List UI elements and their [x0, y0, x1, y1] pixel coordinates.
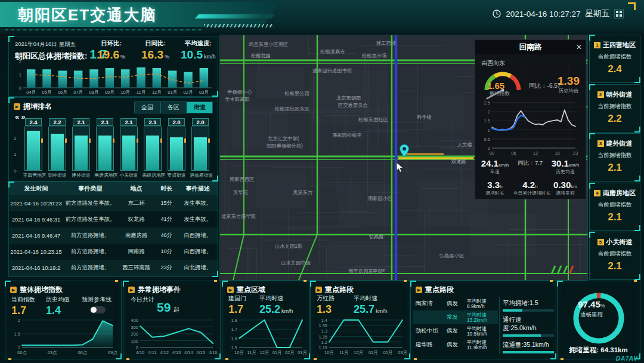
road-speed-stat: 平均时速 25.7km/h [354, 294, 388, 316]
rank-marker [160, 139, 162, 143]
road-trend-chart: 1.151.21.251.31.351.410月11月12月01月02月03月 [313, 317, 407, 355]
table-row: 2021-04-16 9:46:31前方道路发生事故。双龙路41分发生事故。 [9, 211, 218, 227]
events-trend-chart: 01002003004004/104/114/124/134/144/154/1… [126, 317, 218, 355]
svg-text:1.4: 1.4 [321, 318, 327, 323]
section-stat: 流通量:35.1km/h [503, 341, 554, 353]
overall-index-panel: ▶ 整体拥堵指数 当前指数 1.7 历史均值 1.4 预测参考线 11.5200… [5, 281, 122, 359]
table-cell: 前方道路拥堵。 [63, 244, 117, 260]
table-cell: 双龙路 [117, 211, 155, 227]
rank-bar-fill [194, 137, 207, 170]
column-header: 时长 [155, 182, 178, 195]
map-label: 北京东方盛华双 [221, 213, 256, 219]
district-index-value: 2.1 [590, 162, 640, 174]
avg-speed-stat: 平均速度: 10.5km/h [181, 39, 216, 61]
svg-text:1.5: 1.5 [484, 118, 490, 124]
ranking-tab-全国[interactable]: 全国 [134, 101, 160, 113]
district-index-label: 当前拥堵指数 [590, 53, 640, 61]
rank-bar-label: 建外街道 [71, 172, 92, 179]
area-speed-stat: 平均时速 25.2km/h [259, 294, 293, 316]
progress-fill [503, 351, 554, 353]
close-icon[interactable]: ✕ [572, 43, 586, 51]
rank-value-chip: 2.1 [97, 118, 113, 126]
popup-stat: 0.30km拥堵里程 [548, 180, 583, 196]
progress-track [503, 351, 554, 353]
svg-text:11月: 11月 [247, 350, 256, 355]
district-index-value: 2.2 [590, 113, 640, 125]
section-frequency: 偶发 [447, 327, 467, 335]
key-area-panel: ▶ 重点区域 建国门 1.7 平均时速 25.2km/h 1.51.61.71.… [222, 281, 310, 359]
sections-stats: 平均拥堵:1.5通行速度:25.0km/h流通量:35.1km/h [503, 299, 554, 358]
ranking-chart: 0122.4王四营地区2.2朝外街道2.1建外街道2.1南磨房地区2.1小关街道… [13, 119, 214, 179]
rank-bar-fill [51, 134, 64, 170]
section-name: 劲松中街 [413, 327, 447, 335]
svg-text:11月: 11月 [339, 350, 348, 355]
fullscreen-icon[interactable] [614, 9, 624, 19]
progress-fill [503, 309, 522, 312]
area-index-stat: 建国门 1.7 [228, 294, 246, 316]
table-row: 2021-04-16 9:46:47前方道路拥堵。南磨房路46分向西拥堵。 [9, 227, 218, 244]
svg-text:12月: 12月 [354, 350, 363, 355]
map-pin-icon[interactable] [399, 144, 410, 161]
rank-bar-frame [144, 127, 162, 171]
mom-stat: 日环比: 19.6% [97, 39, 125, 61]
section-stat: 平均拥堵:1.5 [503, 299, 554, 312]
district-card-朝外街道[interactable]: 2朝外街道当前拥堵指数2.2 [589, 84, 640, 133]
corner-accent [628, 2, 636, 10]
section-row[interactable]: 陶家湾偶发平均时速8.9km/h [413, 297, 498, 310]
map-label: 美景东方 [293, 189, 313, 195]
rank-marker [113, 139, 114, 143]
rank-bar-label: 小关街道 [119, 172, 140, 179]
svg-text:10月: 10月 [120, 90, 130, 95]
svg-text:1.7: 1.7 [231, 327, 237, 332]
traffic-map[interactable]: 武圣东里小区南区松榆清真寺建工西楼松榆北路松榆里市场潘家园街道图书馆垂杨柳中心学… [219, 35, 588, 281]
map-label: 武圣东里小区南区 [249, 41, 288, 47]
ranking-tab-街道[interactable]: 街道 [187, 101, 213, 113]
table-cell: 前方道路发生事故。 [63, 211, 117, 227]
svg-text:02月: 02月 [383, 350, 392, 355]
section-speed: 平均时速11.9km/h [467, 340, 498, 350]
rank-bar-label: 南磨房地区 [95, 172, 116, 179]
table-cell: 2021-04-16 9:46:47 [9, 227, 63, 244]
svg-text:06: 06 [511, 150, 516, 156]
table-cell: 前方道路拥堵。 [63, 260, 117, 276]
svg-text:10月: 10月 [234, 350, 244, 355]
banner-hatch-decor [204, 24, 274, 27]
svg-text:300: 300 [131, 325, 138, 330]
ranking-tab-各区[interactable]: 各区 [160, 101, 187, 113]
rank-marker [208, 139, 210, 143]
svg-text:12月: 12月 [259, 350, 269, 355]
rank-bar-fill [122, 136, 135, 170]
svg-text:03月: 03月 [298, 350, 307, 355]
map-label: 潘家园松榆里 [332, 132, 362, 138]
rank-axis-tick: 0 [14, 168, 16, 174]
table-cell: 东二环 [117, 195, 155, 211]
forecast-toggle[interactable] [90, 306, 106, 313]
donut-center-text: 97.45% 通畅里程 [558, 299, 626, 319]
svg-text:06点: 06点 [78, 350, 87, 355]
svg-text:12: 12 [533, 150, 538, 156]
gauge-value: 1.65 [487, 81, 504, 91]
district-card-建外街道[interactable]: 3建外街道当前拥堵指数2.1 [589, 133, 640, 182]
section-row[interactable]: 建华路偶发平均时速11.9km/h [413, 338, 498, 352]
section-row[interactable]: 劲松中街偶发平均时速10.5km/h [413, 324, 498, 338]
rank-bar-安贞街道: 2.0安贞街道 [165, 118, 188, 179]
section-speed: 平均时速13.2km/h [467, 312, 498, 323]
district-card-南磨房地区[interactable]: 4南磨房地区当前拥堵指数2.1 [589, 183, 640, 231]
section-speed: 平均时速8.9km/h [467, 299, 498, 309]
svg-text:1.3: 1.3 [321, 328, 327, 334]
svg-text:03月: 03月 [398, 350, 407, 355]
district-index-label: 当前拥堵指数 [590, 201, 640, 209]
popup-title: 回南路 [488, 42, 572, 53]
district-card-小关街道[interactable]: 5小关街道当前拥堵指数2.1 [589, 232, 640, 280]
svg-text:2.5: 2.5 [484, 100, 490, 106]
svg-text:06月: 06月 [58, 90, 67, 95]
play-icon: ▶ [14, 103, 20, 110]
district-card-王四营地区[interactable]: 1王四营地区当前拥堵指数2.4 [589, 35, 640, 83]
svg-text:4/10: 4/10 [136, 350, 145, 355]
svg-text:08月: 08月 [89, 90, 99, 95]
stat-label: 流通量:35.1km/h [503, 341, 554, 349]
rank-value-chip: 2.1 [120, 118, 137, 126]
map-label: 松榆里社区东区 [275, 106, 309, 112]
section-row[interactable]: 常发平均时速13.2km/h [413, 310, 498, 324]
section-frequency: 偶发 [447, 341, 467, 349]
